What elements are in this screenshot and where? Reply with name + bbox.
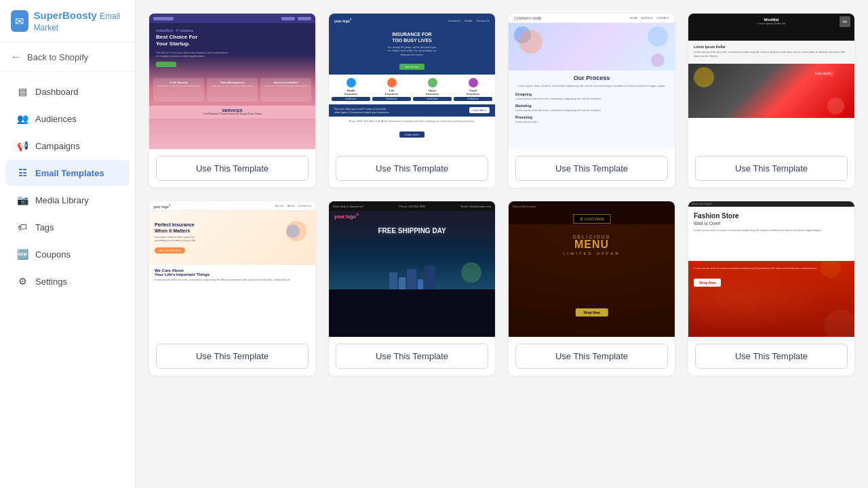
app-name: SuperBoosty Email Market — [34, 9, 125, 33]
users-icon: 👥 — [16, 113, 28, 125]
sidebar-item-tags[interactable]: 🏷 Tags — [5, 214, 130, 240]
sidebar-label-settings: Settings — [35, 277, 67, 287]
use-template-button-free-shipping[interactable]: Use This Template — [336, 344, 488, 369]
template-card-free-shipping: Need Help or Questions? Phone: 123-456-7… — [329, 201, 495, 375]
sidebar-label-dashboard: Dashboard — [35, 87, 79, 97]
image-icon: 📷 — [16, 194, 28, 206]
coupon-icon: 🆕 — [16, 248, 28, 260]
use-template-button-our-process[interactable]: Use This Template — [515, 156, 668, 181]
template-preview-our-process: COMPANY NAME HOME SERVICE CONTACT — [509, 14, 675, 149]
template-card-insurance-busy: your logo® Insurance Health Contact Us I… — [329, 14, 495, 188]
template-icon: ☷ — [16, 167, 28, 179]
use-template-button-fashion-store[interactable]: Use This Template — [695, 344, 848, 369]
main-content: LinkedTech IT solutions Best Choice ForY… — [136, 0, 868, 488]
sidebar-item-email-templates[interactable]: ☷ Email Templates — [5, 160, 130, 186]
sidebar-item-audiences[interactable]: 👥 Audiences — [5, 106, 130, 131]
sidebar-label-audiences: Audiences — [35, 114, 77, 124]
template-card-linkedtech: LinkedTech IT solutions Best Choice ForY… — [149, 14, 315, 188]
sidebar-item-media-library[interactable]: 📷 Media Library — [5, 187, 130, 213]
sidebar-label-campaigns: Campaigns — [35, 141, 80, 151]
sidebar-item-coupons[interactable]: 🆕 Coupons — [5, 241, 130, 267]
template-preview-free-shipping: Need Help or Questions? Phone: 123-456-7… — [329, 201, 495, 337]
sidebar-label-tags: Tags — [35, 222, 54, 232]
template-card-our-process: COMPANY NAME HOME SERVICE CONTACT — [509, 14, 675, 188]
template-card-delicious-menu: View in the browser 🍴 LOGO HERE — [509, 201, 675, 375]
template-preview-delicious-menu: View in the browser 🍴 LOGO HERE — [509, 201, 675, 337]
template-card-fashion-store: Doesn't show images? Fashion Store Wait … — [688, 201, 854, 375]
gear-icon: ⚙ — [16, 275, 28, 287]
back-arrow-icon: ← — [11, 51, 22, 63]
use-template-button-perfect-insurance[interactable]: Use This Template — [156, 344, 309, 369]
template-preview-perfect-insurance: your logo® Service About Contact Us Perf… — [149, 201, 315, 337]
template-preview-linkedtech: LinkedTech IT solutions Best Choice ForY… — [149, 14, 315, 149]
sidebar: ✉ SuperBoosty Email Market ← Back to Sho… — [0, 0, 136, 488]
sidebar-label-media-library: Media Library — [35, 195, 89, 205]
use-template-button-insurance-busy[interactable]: Use This Template — [336, 156, 488, 181]
templates-grid: LinkedTech IT solutions Best Choice ForY… — [149, 14, 854, 375]
sidebar-item-campaigns[interactable]: 📢 Campaigns — [5, 133, 130, 159]
grid-icon: ▤ — [16, 85, 28, 98]
megaphone-icon: 📢 — [16, 140, 28, 152]
logo-icon: ✉ — [11, 10, 28, 32]
back-to-shopify-button[interactable]: ← Back to Shopify — [0, 43, 135, 72]
use-template-button-linkedtech[interactable]: Use This Template — [156, 156, 309, 181]
sidebar-label-coupons: Coupons — [35, 249, 71, 260]
template-preview-minimal: MiniMal Lorem Ipsum Dollar Sit ✏ Lorem I… — [688, 14, 854, 149]
app-logo: ✉ SuperBoosty Email Market — [0, 0, 135, 43]
sidebar-label-email-templates: Email Templates — [35, 168, 104, 178]
sidebar-item-settings[interactable]: ⚙ Settings — [5, 268, 130, 294]
sidebar-item-dashboard[interactable]: ▤ Dashboard — [5, 79, 130, 104]
use-template-button-delicious-menu[interactable]: Use This Template — [515, 344, 668, 369]
template-card-minimal: MiniMal Lorem Ipsum Dollar Sit ✏ Lorem I… — [688, 14, 854, 188]
template-preview-fashion-store: Doesn't show images? Fashion Store Wait … — [688, 201, 854, 337]
template-preview-insurance-busy: your logo® Insurance Health Contact Us I… — [329, 14, 495, 149]
template-card-perfect-insurance: your logo® Service About Contact Us Perf… — [149, 201, 315, 375]
back-label: Back to Shopify — [27, 52, 88, 62]
tag-icon: 🏷 — [16, 221, 28, 233]
use-template-button-minimal[interactable]: Use This Template — [695, 156, 848, 181]
